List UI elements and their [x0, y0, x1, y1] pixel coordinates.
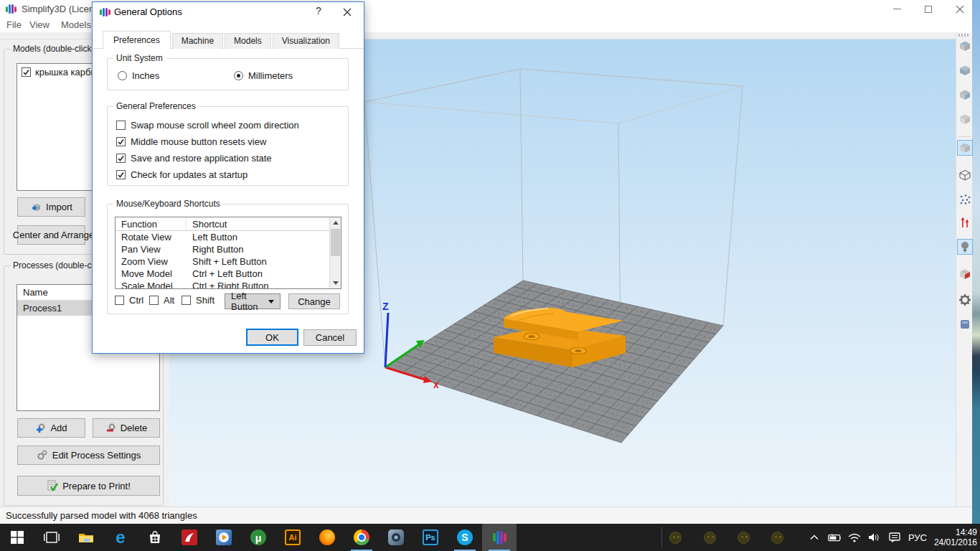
table-row[interactable]: Pan ViewRight Button	[116, 243, 341, 255]
add-process-button[interactable]: Add	[17, 418, 85, 438]
model-checkbox[interactable]	[22, 67, 31, 77]
view-cube-top-icon[interactable]	[957, 38, 973, 54]
edge-button[interactable]: e	[103, 524, 138, 551]
change-button[interactable]: Change	[288, 293, 340, 309]
dialog-tabs: Preferences Machine Models Visualization	[103, 31, 341, 49]
firefox-button[interactable]	[310, 524, 344, 551]
photoshop-icon: Ps	[423, 529, 438, 545]
menu-file[interactable]: File	[6, 19, 22, 30]
modifier-ctrl[interactable]: Ctrl	[115, 295, 143, 306]
status-bar: Successfully parsed model with 4068 tria…	[0, 507, 972, 524]
shortcuts-table[interactable]: Function Shortcut Rotate ViewLeft Button…	[115, 217, 341, 289]
maximize-button[interactable]	[923, 4, 933, 14]
import-label: Import	[46, 202, 72, 212]
language-indicator[interactable]: РУС	[908, 532, 927, 543]
cross-section-icon[interactable]	[957, 266, 973, 282]
delete-icon	[105, 423, 116, 433]
import-button[interactable]: Import	[17, 197, 85, 217]
media-player-button[interactable]	[207, 524, 241, 551]
taskbar-separator	[661, 527, 662, 548]
speaker-icon[interactable]	[868, 531, 881, 544]
firefox-icon	[319, 529, 335, 545]
checkbox-check-updates[interactable]: Check for updates at startup	[116, 169, 248, 180]
checkbox-middle-mouse[interactable]: Middle mouse button resets view	[116, 136, 266, 147]
view-cube-front-icon[interactable]	[957, 62, 973, 78]
edit-process-settings-button[interactable]: Edit Process Settings	[17, 446, 160, 465]
menu-models[interactable]: Models	[61, 19, 91, 30]
tab-visualization[interactable]: Visualization	[273, 33, 339, 49]
skype-button[interactable]: S	[448, 524, 482, 551]
shortcuts-label: Mouse/Keyboard Shortcuts	[113, 199, 223, 209]
checkbox-label: Check for updates at startup	[131, 169, 248, 180]
shortcuts-header-row: Function Shortcut	[116, 217, 341, 231]
tab-models[interactable]: Models	[225, 33, 271, 49]
checkbox-save-state[interactable]: Save and restore application state	[116, 153, 272, 164]
table-row[interactable]: Scale ModelCtrl + Right Button	[116, 280, 341, 289]
close-button[interactable]	[955, 4, 965, 14]
gear-icon	[37, 450, 48, 461]
dialog-close-button[interactable]	[339, 5, 355, 19]
machine-control-icon[interactable]	[957, 316, 973, 332]
file-explorer-button[interactable]	[69, 524, 103, 551]
supports-icon[interactable]	[957, 215, 973, 230]
process-name: Process1	[23, 303, 62, 314]
scroll-down-icon[interactable]	[330, 278, 341, 288]
modifier-alt[interactable]: Alt	[149, 295, 174, 306]
battery-icon[interactable]	[828, 531, 841, 544]
video-app-button[interactable]	[379, 524, 413, 551]
chevron-down-icon	[268, 300, 274, 303]
table-scrollbar[interactable]	[329, 217, 341, 288]
action-center-icon[interactable]	[888, 531, 901, 544]
screen: Simplify3D (License File View Models	[0, 0, 980, 551]
cancel-button[interactable]: Cancel	[303, 329, 357, 346]
delete-process-button[interactable]: Delete	[93, 418, 160, 438]
tab-preferences[interactable]: Preferences	[103, 31, 171, 49]
start-button[interactable]	[0, 524, 34, 551]
illustrator-button[interactable]: Ai	[275, 524, 310, 551]
checkbox-icon-checked	[116, 137, 126, 146]
dialog-titlebar[interactable]: General Options ?	[93, 2, 364, 22]
point-cloud-icon[interactable]	[957, 192, 973, 207]
simplify3d-taskbar-button[interactable]	[482, 524, 517, 551]
dimmed-desktop-icon	[704, 532, 716, 544]
scroll-thumb[interactable]	[331, 229, 340, 256]
prepare-to-print-button[interactable]: Prepare to Print!	[17, 476, 160, 496]
utorrent-button[interactable]: µ	[241, 524, 275, 551]
center-arrange-button[interactable]: Center and Arrange	[17, 225, 85, 245]
minimize-button[interactable]	[892, 4, 902, 14]
radio-millimeters[interactable]: Millimeters	[234, 70, 293, 81]
photoshop-button[interactable]: Ps	[413, 524, 448, 551]
modifier-shift[interactable]: Shift	[182, 295, 215, 306]
dialog-help-button[interactable]: ?	[311, 5, 326, 19]
shortcut-dropdown[interactable]: Left Button	[225, 293, 281, 309]
tray-chevron-up-icon[interactable]	[808, 531, 821, 544]
store-button[interactable]	[138, 524, 172, 551]
default-view-icon[interactable]	[957, 140, 973, 156]
tray-date: 24/01/2016	[934, 537, 977, 547]
toolbar-drag-handle[interactable]	[958, 34, 970, 37]
ok-button[interactable]: OK	[246, 329, 298, 346]
change-label: Change	[298, 296, 331, 307]
store-icon	[148, 530, 162, 545]
tab-machine[interactable]: Machine	[172, 33, 223, 49]
settings-gear-icon[interactable]	[957, 292, 973, 308]
view-cube-side-icon[interactable]	[957, 87, 973, 103]
add-icon	[35, 423, 46, 433]
wifi-icon[interactable]	[848, 531, 861, 544]
scroll-up-icon[interactable]	[330, 217, 341, 228]
delete-label: Delete	[121, 423, 148, 433]
clock[interactable]: 14:49 24/01/2016	[934, 527, 977, 547]
view-cube-iso-icon[interactable]	[957, 111, 973, 127]
table-row[interactable]: Rotate ViewLeft Button	[116, 231, 341, 243]
lighting-icon[interactable]	[957, 239, 973, 255]
task-view-button[interactable]	[34, 524, 69, 551]
menu-view[interactable]: View	[29, 19, 50, 30]
table-row[interactable]: Move ModelCtrl + Left Button	[116, 268, 341, 280]
radio-inches[interactable]: Inches	[118, 70, 159, 81]
general-options-dialog: General Options ? Preferences Machine Mo…	[92, 1, 364, 354]
chrome-button[interactable]	[344, 524, 379, 551]
table-row[interactable]: Zoom ViewShift + Left Button	[116, 255, 341, 268]
checkbox-swap-scroll[interactable]: Swap mouse scroll wheel zoom direction	[116, 120, 299, 131]
foxit-reader-button[interactable]	[172, 524, 207, 551]
wireframe-view-icon[interactable]	[957, 167, 973, 183]
